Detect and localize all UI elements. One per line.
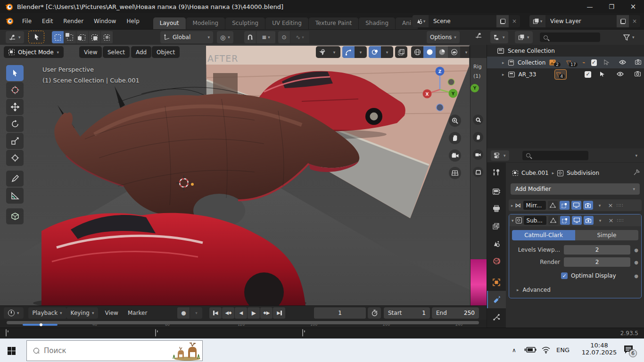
prev-frame-button[interactable]: ◀ <box>235 307 247 319</box>
select-mode-set[interactable] <box>52 31 64 43</box>
toggle-grid-icon[interactable] <box>449 167 461 179</box>
jump-to-start-button[interactable]: ◀ <box>209 307 222 319</box>
options-dropdown[interactable]: Options▾ <box>427 31 460 43</box>
ar33-checkbox[interactable]: ✓ <box>585 71 591 78</box>
tool-move[interactable] <box>6 99 24 115</box>
start-button[interactable] <box>0 339 23 362</box>
levels-viewport-field[interactable]: 2 <box>564 245 630 255</box>
view-layer-icon[interactable]: ▾ <box>529 15 545 27</box>
tab-world[interactable] <box>487 252 506 270</box>
next-keyframe-button[interactable]: ◆▶ <box>260 307 272 319</box>
mode-dropdown[interactable]: Object Mode ▾ <box>4 46 64 58</box>
modifier-subdivision-header[interactable]: ▾ Sub... ▾ × ∷∷ <box>509 214 641 226</box>
pan-hand-icon[interactable] <box>449 132 461 144</box>
select-mode-subtract[interactable] <box>76 31 88 43</box>
scene-icon[interactable]: ▾ <box>413 15 429 27</box>
shading-solid-icon[interactable] <box>423 46 436 58</box>
optimal-display-checkbox[interactable]: ✓ <box>561 272 568 279</box>
tab-layout[interactable]: Layout <box>153 17 186 29</box>
hide-eye-icon[interactable] <box>613 71 627 78</box>
viewport-menu-view[interactable]: View <box>79 46 102 58</box>
frame-end-field[interactable]: End250 <box>432 307 479 319</box>
tab-uv-editing[interactable]: UV Editing <box>265 17 308 29</box>
overlays-toggle-group[interactable]: ▾ <box>369 46 393 58</box>
modifier-name[interactable]: Sub... <box>524 216 546 225</box>
show-viewport-toggle-icon[interactable] <box>572 216 582 225</box>
taskbar-search[interactable] <box>26 340 203 361</box>
expand-arrow-icon[interactable]: ▸ <box>502 72 504 77</box>
simple-button[interactable]: Simple <box>575 230 638 240</box>
pivot-point-dropdown[interactable]: ◎▾ <box>217 31 233 43</box>
menu-edit[interactable]: Edit <box>37 15 58 27</box>
edit-mode-toggle-icon[interactable] <box>548 216 558 225</box>
collapse-icon[interactable]: ▾ <box>512 218 514 223</box>
expand-icon[interactable]: ▸ <box>511 203 513 208</box>
tab-render[interactable] <box>487 182 506 200</box>
select-mode-intersect[interactable] <box>101 31 113 43</box>
expand-arrow-icon[interactable]: ▸ <box>502 60 504 65</box>
drag-handle-icon[interactable]: ∷∷ <box>617 218 624 223</box>
playhead-range[interactable] <box>23 324 58 326</box>
modifier-name[interactable]: Mirr... <box>523 201 546 210</box>
outliner-row-ar33[interactable]: ▸ AR_33 ▽ 4 ✓ <box>487 68 644 80</box>
tab-texture-paint[interactable]: Texture Paint <box>309 17 358 29</box>
viewport-menu-select[interactable]: Select <box>103 46 130 58</box>
battery-icon[interactable] <box>524 346 537 355</box>
outliner-search-input[interactable] <box>540 33 600 42</box>
tray-expand-chevron[interactable]: ∧ <box>512 347 516 354</box>
transform-orientation-dropdown[interactable]: Global ▾ <box>160 31 213 43</box>
tab-object[interactable] <box>487 273 506 291</box>
xray-toggle[interactable] <box>395 46 407 58</box>
tool-annotate[interactable] <box>6 171 24 187</box>
selectable-arrow-icon[interactable] <box>595 71 609 78</box>
timeline-view-menu[interactable]: View <box>98 310 124 316</box>
timeline-ruler[interactable]: 40 80 120 160 200 240 <box>0 320 487 328</box>
snap-settings-dropdown[interactable]: ≡▾ <box>256 31 275 43</box>
shading-material-icon[interactable] <box>436 46 448 58</box>
tab-modifiers[interactable] <box>487 291 506 308</box>
editor-type-button[interactable]: ▾ <box>6 31 24 43</box>
proportional-edit-icon[interactable]: ⊙ <box>278 31 290 43</box>
select-mode-extend[interactable] <box>64 31 76 43</box>
minimize-button[interactable]: — <box>579 0 601 13</box>
sidebar-collapse-chevron[interactable]: ‹ <box>464 69 466 76</box>
mini-pan-hand-icon[interactable] <box>473 132 483 142</box>
scene-name[interactable]: Scene <box>429 18 496 25</box>
outliner-row-scene-collection[interactable]: Scene Collection <box>487 45 644 57</box>
new-scene-icon[interactable] <box>496 15 509 27</box>
on-cage-toggle-icon[interactable] <box>560 216 570 225</box>
active-tool-tweak[interactable] <box>28 31 44 43</box>
delete-modifier-icon[interactable]: × <box>607 217 615 224</box>
object-type-visibility-dropdown[interactable]: ▾ <box>316 46 340 58</box>
hide-eye-icon[interactable] <box>617 59 629 66</box>
mini-grid-icon[interactable] <box>473 167 483 177</box>
delete-modifier-icon[interactable]: × <box>607 202 615 209</box>
keying-menu[interactable]: Keying▾ <box>66 307 99 319</box>
properties-search-input[interactable] <box>522 151 588 160</box>
tab-shading[interactable]: Shading <box>359 17 395 29</box>
on-cage-toggle-icon[interactable] <box>560 201 570 210</box>
levels-render-field[interactable]: 2 <box>564 257 630 267</box>
outliner-editor-type-button[interactable]: ▾ <box>490 31 508 43</box>
playback-menu[interactable]: Playback▾ <box>28 307 66 319</box>
timeline-scrollbar[interactable] <box>7 321 479 324</box>
show-viewport-toggle-icon[interactable] <box>571 201 581 210</box>
search-input[interactable] <box>44 346 157 355</box>
outliner-row-collection[interactable]: ▸ Collection 2 ▽ 17 ⌁ ✓ <box>487 57 644 68</box>
zoom-icon[interactable] <box>449 115 461 127</box>
unlink-scene-icon[interactable]: × <box>509 18 520 25</box>
tab-sculpting[interactable]: Sculpting <box>225 17 265 29</box>
frame-start-field[interactable]: Start1 <box>384 307 430 319</box>
add-modifier-dropdown[interactable]: Add Modifier ▾ <box>511 183 640 195</box>
action-center-button[interactable]: 6 <box>623 345 634 356</box>
menu-window[interactable]: Window <box>89 15 121 27</box>
viewport-menu-object[interactable]: Object <box>152 46 180 58</box>
catmull-clark-button[interactable]: Catmull-Clark <box>512 230 575 240</box>
mini-editor-type-icon[interactable] <box>475 32 482 40</box>
edit-mode-toggle-icon[interactable] <box>548 201 558 210</box>
breadcrumb-modifier[interactable]: Subdivision <box>567 170 599 176</box>
selectable-arrow-icon[interactable] <box>601 59 613 66</box>
auto-keying-record-icon[interactable]: ● <box>177 307 190 319</box>
animate-dot[interactable]: ● <box>634 247 638 253</box>
properties-editor-type-button[interactable]: ▾ <box>491 150 509 161</box>
